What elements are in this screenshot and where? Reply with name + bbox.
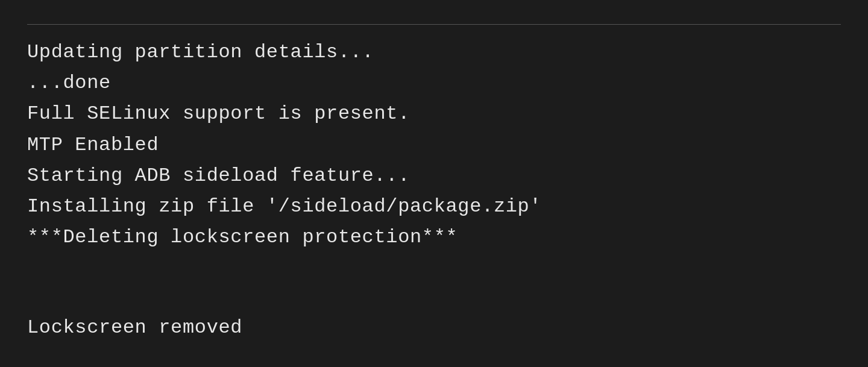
terminal-line-2: ...done (27, 67, 841, 98)
terminal-line-5: Starting ADB sideload feature... (27, 160, 841, 191)
terminal-line-8 (27, 253, 841, 282)
terminal-line-1: Updating partition details... (27, 37, 841, 67)
terminal-line-3: Full SELinux support is present. (27, 98, 841, 129)
terminal-line-4: MTP Enabled (27, 130, 841, 160)
terminal-line-10: Lockscreen removed (27, 312, 841, 343)
terminal-divider (27, 24, 841, 25)
terminal-line-9 (27, 283, 841, 312)
terminal-line-6: Installing zip file '/sideload/package.z… (27, 191, 841, 222)
terminal-window: Updating partition details... ...done Fu… (0, 0, 868, 367)
terminal-line-7: ***Deleting lockscreen protection*** (27, 222, 841, 253)
